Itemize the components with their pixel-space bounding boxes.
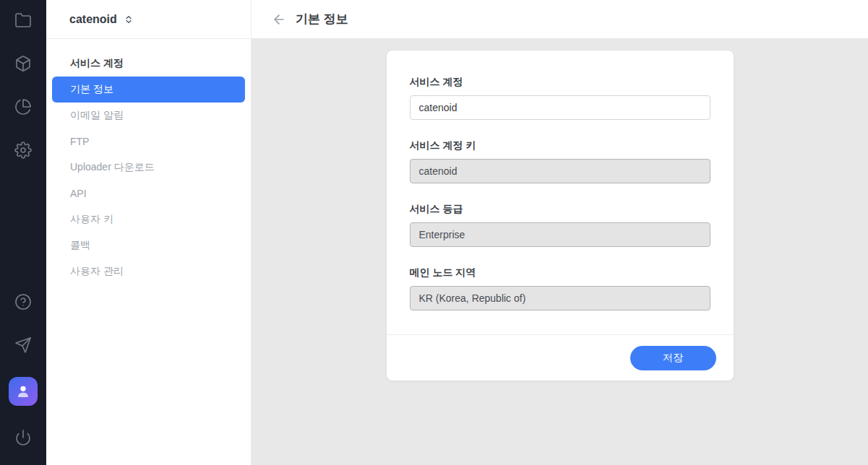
sidebar-item-user-management[interactable]: 사용자 관리 bbox=[46, 258, 251, 284]
pie-chart-icon bbox=[14, 98, 32, 116]
help-button[interactable] bbox=[12, 290, 35, 313]
workspace-name: catenoid bbox=[69, 13, 117, 26]
main-node-region-input bbox=[410, 286, 710, 310]
arrow-left-icon bbox=[272, 12, 286, 27]
content-area: 서비스 계정 서비스 계정 키 서비스 등급 메인 노드 지역 저장 bbox=[252, 39, 868, 465]
gear-icon bbox=[14, 142, 32, 159]
service-tier-input bbox=[410, 222, 710, 247]
chevron-up-down-icon bbox=[124, 14, 134, 25]
main-node-region-label: 메인 노드 지역 bbox=[410, 267, 710, 277]
rail-top-group bbox=[12, 9, 35, 162]
settings-button[interactable] bbox=[12, 139, 35, 162]
field-service-account: 서비스 계정 bbox=[410, 77, 710, 120]
sidebar-item-email-alerts[interactable]: 이메일 알림 bbox=[46, 103, 251, 129]
field-main-node-region: 메인 노드 지역 bbox=[410, 267, 710, 310]
service-account-input[interactable] bbox=[410, 95, 710, 120]
send-icon bbox=[14, 336, 32, 354]
pie-chart-button[interactable] bbox=[12, 95, 35, 118]
cube-icon bbox=[14, 55, 32, 72]
rail-bottom-group bbox=[9, 290, 38, 449]
save-button[interactable]: 저장 bbox=[630, 346, 716, 370]
main-header: 기본 정보 bbox=[252, 0, 868, 39]
settings-form: 서비스 계정 서비스 계정 키 서비스 등급 메인 노드 지역 bbox=[387, 51, 734, 334]
field-service-account-key: 서비스 계정 키 bbox=[410, 140, 710, 183]
send-button[interactable] bbox=[12, 334, 35, 357]
sidebar-item-api[interactable]: API bbox=[46, 181, 251, 207]
service-tier-label: 서비스 등급 bbox=[410, 204, 710, 214]
help-icon bbox=[14, 293, 32, 310]
workspace-select-button[interactable] bbox=[124, 14, 134, 25]
service-account-key-label: 서비스 계정 키 bbox=[410, 140, 710, 150]
field-service-tier: 서비스 등급 bbox=[410, 204, 710, 247]
logout-power-button[interactable] bbox=[12, 426, 35, 449]
sidebar-item-user-keys[interactable]: 사용자 키 bbox=[46, 207, 251, 232]
icon-rail bbox=[0, 0, 46, 465]
sidebar: catenoid 서비스 계정 기본 정보 이메일 알림 FTP Uploade… bbox=[46, 0, 252, 465]
cube-button[interactable] bbox=[12, 52, 35, 75]
folder-icon bbox=[14, 12, 32, 29]
card-footer: 저장 bbox=[387, 334, 734, 381]
sidebar-item-ftp[interactable]: FTP bbox=[46, 129, 251, 155]
power-icon bbox=[14, 429, 32, 446]
service-account-label: 서비스 계정 bbox=[410, 77, 710, 87]
sidebar-item-basic-info[interactable]: 기본 정보 bbox=[52, 77, 245, 103]
service-account-key-input bbox=[410, 159, 710, 183]
page-title: 기본 정보 bbox=[296, 11, 348, 27]
back-button[interactable] bbox=[272, 12, 286, 27]
user-avatar[interactable] bbox=[9, 377, 38, 406]
sidebar-item-callback[interactable]: 콜백 bbox=[46, 232, 251, 258]
person-icon bbox=[14, 382, 33, 401]
folder-button[interactable] bbox=[12, 9, 35, 32]
settings-card: 서비스 계정 서비스 계정 키 서비스 등급 메인 노드 지역 저장 bbox=[387, 51, 734, 381]
main-area: 기본 정보 서비스 계정 서비스 계정 키 서비스 등급 메인 노드 지역 bbox=[252, 0, 868, 465]
nav-section-service-account: 서비스 계정 bbox=[46, 51, 251, 77]
sidebar-nav: 서비스 계정 기본 정보 이메일 알림 FTP Uploader 다운로드 AP… bbox=[46, 39, 251, 284]
sidebar-item-uploader-download[interactable]: Uploader 다운로드 bbox=[46, 155, 251, 181]
workspace-switcher[interactable]: catenoid bbox=[46, 0, 251, 39]
